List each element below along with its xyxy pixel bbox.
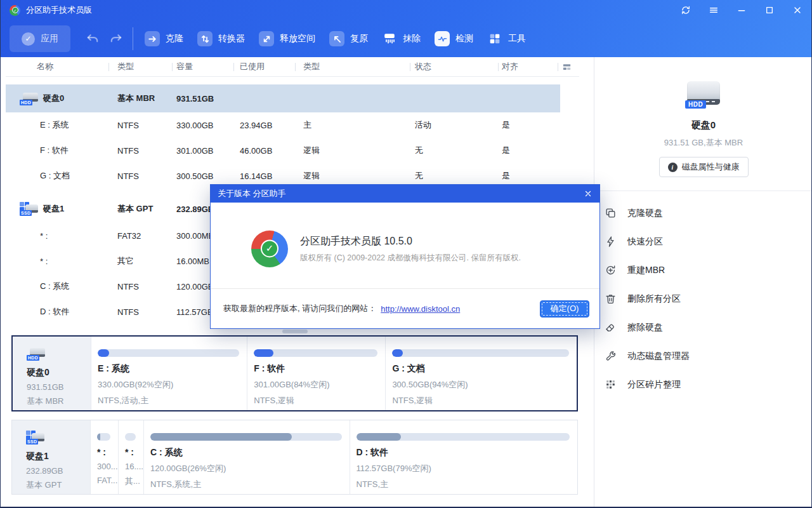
dialog-titlebar[interactable]: 关于版本 分区助手 — [211, 185, 599, 203]
dialog-body: 分区助手技术员版 10.5.0 版权所有 (C) 2009-2022 成都傲梅科… — [211, 203, 599, 288]
diskmap-partition-[interactable]: * :300...FAT... — [90, 420, 118, 494]
cell-ptype: 主 — [295, 119, 410, 131]
row-name-label: C : 系统 — [40, 281, 69, 291]
dialog-close-icon[interactable] — [584, 189, 593, 198]
product-logo-icon — [251, 231, 288, 267]
table-header: 名称类型容量已使用类型状态对齐 — [6, 57, 579, 77]
diskmap-row-硬盘0[interactable]: HDD硬盘0931.51GB基本 MBRE : 系统330.00GB(92%空闲… — [11, 335, 578, 411]
diskmap-disk-name: 硬盘1 — [26, 451, 90, 462]
freespace-icon — [259, 31, 274, 46]
sidebar-item-rebuild-mbr[interactable]: 重建MBR — [605, 256, 812, 284]
undo-icon[interactable] — [86, 32, 100, 46]
minimize-icon[interactable] — [737, 5, 747, 15]
partition-label: * : — [97, 447, 110, 457]
row-name-label: 硬盘1 — [43, 203, 64, 215]
sync-icon[interactable] — [681, 5, 691, 15]
disk-health-button[interactable]: i 磁盘属性与健康 — [659, 157, 749, 177]
cell-name: D : 软件 — [6, 306, 108, 318]
row-name-label: * : — [40, 231, 48, 241]
apply-button[interactable]: ✓ 应用 — [10, 25, 70, 52]
table-row-E系统[interactable]: E : 系统NTFS330.00GB23.94GB主活动是 — [6, 112, 560, 138]
cell-fs: 其它 — [108, 255, 172, 267]
hdd-drive-icon: HDD — [685, 80, 722, 110]
table-row-硬盘0[interactable]: HDD硬盘0基本 MBR931.51GB — [6, 84, 560, 112]
row-name-label: G : 文档 — [40, 171, 70, 180]
drive-badge: HDD — [20, 100, 32, 105]
diskmap-partition-C系统[interactable]: C : 系统120.00GB(26%空闲)NTFS,系统,主 — [143, 420, 350, 494]
diskmap-disk-card[interactable]: HDD硬盘0931.51GB基本 MBR — [13, 337, 91, 410]
toolbar-item-restore[interactable]: 复原 — [329, 31, 368, 46]
sidebar-item-label: 擦除硬盘 — [627, 322, 663, 333]
cell-ptype: 逻辑 — [295, 170, 410, 182]
cell-status: 无 — [410, 170, 498, 182]
copyright-text: 版权所有 (C) 2009-2022 成都傲梅科技有限公司. 保留所有版权. — [300, 253, 521, 264]
cell-status: 活动 — [410, 119, 498, 131]
diskmap-partition-D软件[interactable]: D : 软件112.57GB(79%空闲)NTFS,主 — [350, 420, 577, 494]
ok-button-label: 确定(O) — [551, 304, 579, 313]
diskmap-partition-[interactable]: * :16....其... — [118, 420, 143, 494]
close-icon[interactable] — [792, 5, 802, 15]
ok-button[interactable]: 确定(O) — [540, 300, 589, 318]
partition-meta: 其... — [125, 476, 136, 487]
diskmap-row-硬盘1[interactable]: SSD硬盘1232.89GB基本 GPT* :300...FAT...* :16… — [11, 420, 578, 495]
columns-icon[interactable] — [562, 62, 572, 72]
sidebar-item-clone-disk[interactable]: 克隆硬盘 — [605, 199, 812, 227]
toolbar-item-tools[interactable]: 工具 — [487, 31, 526, 46]
partition-label: G : 文档 — [392, 363, 569, 375]
apply-check-icon: ✓ — [22, 32, 35, 46]
sidebar-item-quick-partition[interactable]: 快速分区 — [605, 227, 812, 256]
tools-icon — [487, 31, 502, 46]
dialog-footer: 获取最新的程序版本, 请访问我们的网站： http://www.disktool… — [211, 288, 599, 328]
toolbar-item-label: 转换器 — [218, 33, 245, 44]
ssd-drive-icon: SSD — [20, 202, 39, 217]
sidebar-item-defrag[interactable]: 分区碎片整理 — [605, 370, 812, 399]
cell-aligned: 是 — [498, 145, 558, 156]
diskmap-partition-E系统[interactable]: E : 系统330.00GB(92%空闲)NTFS,活动,主 — [91, 337, 247, 410]
redo-icon[interactable] — [108, 32, 123, 46]
toolbar-item-clone[interactable]: 克隆 — [145, 31, 183, 46]
website-link[interactable]: http://www.disktool.cn — [381, 304, 460, 314]
partition-usage-bar — [98, 349, 239, 357]
cell-fs: NTFS — [108, 121, 172, 130]
erase-icon — [382, 31, 397, 46]
column-header-1: 名称 — [6, 61, 108, 72]
toolbar-item-label: 释放空间 — [280, 33, 315, 44]
partition-detail: 330.00GB(92%空闲) — [98, 379, 239, 391]
toolbar-item-freespace[interactable]: 释放空间 — [259, 31, 315, 46]
cell-fs: NTFS — [108, 282, 172, 291]
cell-capacity: 301.00GB — [172, 146, 233, 156]
drive-badge: HDD — [27, 355, 39, 361]
sidebar-item-delete-partitions[interactable]: 删除所有分区 — [605, 284, 812, 313]
sidebar-disk-info: 931.51 GB,基本 MBR — [594, 137, 812, 149]
sidebar-item-dynamic-disk[interactable]: 动态磁盘管理器 — [605, 342, 812, 370]
partition-meta: NTFS,逻辑 — [254, 395, 377, 406]
partition-usage-fill — [98, 349, 109, 357]
dialog-title: 关于版本 分区助手 — [218, 188, 286, 199]
diskmap-partition-G文档[interactable]: G : 文档300.50GB(94%空闲)NTFS,逻辑 — [385, 337, 577, 410]
cell-aligned: 是 — [498, 119, 558, 131]
cell-capacity: 931.51GB — [172, 94, 233, 104]
sidebar-item-label: 动态磁盘管理器 — [627, 351, 690, 362]
partition-usage-bar — [97, 433, 110, 441]
toolbar-item-detect[interactable]: 检测 — [435, 31, 473, 46]
converter-icon — [197, 31, 213, 46]
menu-icon[interactable] — [709, 5, 719, 15]
diskmap-partition-F软件[interactable]: F : 软件301.00GB(84%空闲)NTFS,逻辑 — [247, 337, 385, 410]
header-separator — [498, 63, 499, 71]
sidebar-item-wipe-disk[interactable]: 擦除硬盘 — [605, 313, 812, 342]
toolbar-item-erase[interactable]: 抹除 — [382, 31, 421, 46]
partition-meta: FAT... — [97, 476, 110, 485]
table-row-F软件[interactable]: F : 软件NTFS301.00GB46.00GB逻辑无是 — [6, 138, 560, 163]
sidebar-disk-summary: HDD 硬盘0 931.51 GB,基本 MBR i 磁盘属性与健康 — [594, 57, 812, 177]
toolbar-item-converter[interactable]: 转换器 — [197, 31, 245, 46]
header-separator — [233, 63, 234, 71]
horizontal-scrollbar-thumb[interactable] — [282, 330, 308, 333]
diskmap-disk-card[interactable]: SSD硬盘1232.89GB基本 GPT — [12, 420, 90, 494]
sidebar-menu: 克隆硬盘快速分区重建MBR删除所有分区擦除硬盘动态磁盘管理器分区碎片整理 — [594, 191, 812, 399]
app-logo-icon — [10, 5, 20, 16]
diskmap-disk-size: 232.89GB — [26, 466, 90, 476]
cell-capacity: 330.00GB — [172, 121, 233, 130]
toolbar-item-label: 复原 — [350, 33, 368, 44]
partition-usage-fill — [150, 433, 292, 441]
maximize-icon[interactable] — [764, 5, 775, 15]
